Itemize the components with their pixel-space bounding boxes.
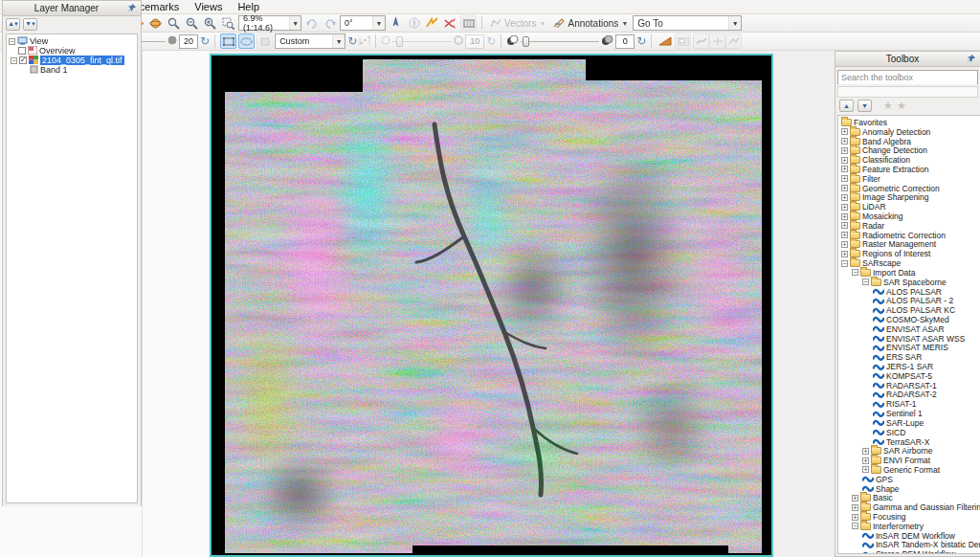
toolbox-tree-item[interactable]: ALOS PALSAR [838, 287, 980, 297]
tree-node-raster[interactable]: − 2104_0305_fint_ql.tif [9, 56, 137, 65]
expander-icon[interactable]: + [841, 222, 848, 229]
goto-input[interactable] [637, 18, 724, 29]
rotate-left-icon[interactable] [303, 15, 320, 31]
annotations-menu-button[interactable]: Annotations ▼ [550, 15, 631, 31]
toolbox-tree-item[interactable]: Favorites [838, 118, 980, 127]
toolbox-tree-item[interactable]: Sentinel 1 [838, 409, 980, 418]
toolbox-tree-item[interactable]: + Regions of Interest [838, 249, 980, 258]
expander-icon[interactable]: − [852, 523, 858, 529]
rotate-right-icon[interactable] [322, 15, 338, 31]
toolbox-tree-item[interactable]: KOMPSAT-5 [838, 371, 980, 381]
toolbox-tree-item[interactable]: − SAR Spaceborne [838, 278, 980, 287]
expander-icon[interactable]: + [841, 213, 848, 220]
toolbox-tree-item[interactable]: RADARSAT-2 [838, 390, 980, 400]
toolbox-tree-item[interactable]: Stereo DEM Workflow [838, 549, 980, 554]
stretch-extent-button[interactable] [220, 33, 236, 49]
collapse-all-button[interactable]: ▲ [839, 100, 854, 112]
expander-icon[interactable]: − [841, 260, 848, 267]
sharpen-slider[interactable] [392, 34, 452, 48]
toolbox-tree-item[interactable]: RISAT-1 [838, 399, 980, 409]
expander-icon[interactable]: − [852, 269, 858, 276]
transparency-slider[interactable] [521, 34, 599, 48]
profile-horizontal-button[interactable] [709, 33, 725, 49]
stretch-view-button[interactable] [238, 33, 255, 49]
swipe-arrows-icon[interactable] [442, 15, 458, 31]
toolbox-tree-item[interactable]: − Interferometry [838, 522, 980, 531]
menu-item[interactable]: Views [187, 0, 230, 13]
expander-icon[interactable]: + [841, 232, 848, 238]
toolbox-tree-item[interactable]: + Radiometric Correction [838, 231, 980, 240]
contrast-value[interactable]: 20 [179, 34, 198, 49]
toolbox-tree-item[interactable]: ENVISAT ASAR WSS [838, 334, 980, 344]
tree-node-band[interactable]: Band 1 [9, 65, 137, 75]
expander-icon[interactable]: + [841, 175, 848, 182]
toolbox-tree-item[interactable]: ENVISAT ASAR [838, 324, 980, 334]
zoom-level-combo[interactable]: 6.9% (1:14.6)▼ [238, 15, 301, 31]
toolbox-tree-item[interactable]: + Anomaly Detection [838, 127, 980, 137]
toolbox-tree-item[interactable]: + Change Detection [838, 145, 980, 155]
contrast-reset-icon[interactable]: ↻ [200, 35, 210, 47]
zoom-icon[interactable] [166, 15, 182, 31]
toolbox-tree-item[interactable]: ENVISAT MERIS [838, 344, 980, 353]
profile-vertical-button[interactable] [725, 33, 742, 49]
raster-checkbox[interactable] [19, 56, 27, 64]
sharpen-reset-icon[interactable]: ↻ [486, 35, 496, 47]
expander-icon[interactable]: + [841, 251, 848, 257]
profile-spectral-button[interactable] [693, 33, 709, 49]
remove-favorite-star-icon[interactable]: ★ [897, 100, 906, 112]
expand-all-button[interactable]: ▼ [858, 100, 872, 112]
layer-manager-header[interactable]: Layer Manager [3, 1, 141, 16]
expander-icon[interactable]: − [862, 278, 869, 285]
overview-checkbox[interactable] [18, 47, 26, 55]
toolbox-search[interactable] [837, 70, 978, 84]
toolbox-tree-item[interactable]: ERS SAR [838, 352, 980, 362]
toolbox-tree-item[interactable]: SICD [838, 428, 980, 437]
expander-icon[interactable]: + [841, 166, 848, 172]
toolbox-tree-item[interactable]: + Geometric Correction [838, 184, 980, 193]
expander-icon[interactable]: + [841, 241, 848, 248]
compass-icon[interactable] [406, 15, 422, 31]
menu-item[interactable]: Help [230, 0, 267, 13]
toolbox-tree-item[interactable]: + Image Sharpening [838, 193, 980, 203]
pin-icon[interactable] [966, 54, 976, 64]
transparency-value[interactable]: 0 [615, 34, 635, 49]
rotation-combo[interactable]: 0°▼ [340, 15, 386, 31]
overview-toggle-icon[interactable] [675, 33, 691, 49]
collapse-icon[interactable]: − [11, 57, 17, 64]
toolbox-tree-item[interactable]: + SAR Airborne [838, 446, 980, 456]
add-favorite-star-icon[interactable]: ★ [883, 100, 893, 112]
toolbox-tree-item[interactable]: SAR-Lupe [838, 418, 980, 428]
vectors-menu-button[interactable]: Vectors ▼ [487, 15, 548, 31]
toolbox-tree-item[interactable]: COSMO-SkyMed [838, 315, 980, 324]
zoom-in-icon[interactable] [202, 15, 218, 31]
collapse-icon[interactable]: − [9, 38, 15, 45]
stretch-type-combo[interactable]: Custom▼ [275, 33, 345, 49]
toolbox-tree-item[interactable]: JERS-1 SAR [838, 362, 980, 371]
expander-icon[interactable]: + [852, 495, 858, 501]
histogram-stretch-icon[interactable] [359, 35, 370, 47]
toolbox-tree-item[interactable]: ALOS PALSAR KC [838, 305, 980, 315]
expander-icon[interactable]: + [841, 128, 848, 135]
goto-combo[interactable]: ▼ [633, 15, 742, 31]
expander-icon[interactable]: + [862, 466, 869, 473]
portal-icon[interactable] [460, 15, 477, 31]
expander-icon[interactable]: + [841, 138, 848, 145]
toolbox-header[interactable]: Toolbox [835, 52, 980, 67]
expander-icon[interactable]: + [862, 457, 869, 464]
expand-all-button[interactable]: ▼▾ [23, 18, 37, 31]
expander-icon[interactable]: + [841, 204, 848, 211]
zoom-out-icon[interactable] [184, 15, 200, 31]
toolbox-tree-item[interactable]: InSAR Tandem-X bistatic Dem W [838, 541, 980, 550]
toolbox-tree-item[interactable]: RADARSAT-1 [838, 381, 980, 390]
collapse-all-button[interactable]: ▲▾ [6, 18, 20, 31]
north-arrow-icon[interactable] [388, 15, 404, 31]
expander-icon[interactable]: + [852, 514, 858, 521]
toolbox-tree-item[interactable]: InSAR DEM Workflow [838, 531, 980, 541]
stretch-lock-button[interactable] [256, 33, 273, 49]
tree-node-overview[interactable]: Overview [9, 46, 137, 56]
orbit-icon[interactable] [147, 15, 164, 31]
sharpen-value[interactable]: 10 [465, 34, 484, 49]
image-view[interactable] [210, 54, 773, 557]
toolbox-tree-item[interactable]: + Classification [838, 155, 980, 165]
expander-icon[interactable]: + [841, 157, 848, 164]
